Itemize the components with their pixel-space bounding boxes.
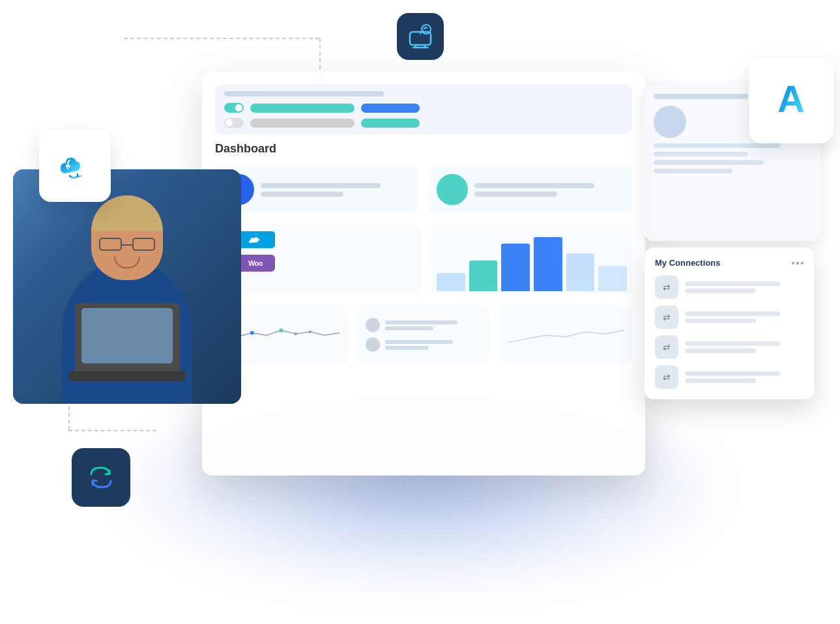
svg-point-5 — [294, 332, 297, 335]
salesforce-item — [223, 231, 413, 248]
conn-icon-2: ⇄ — [655, 305, 678, 329]
svg-point-6 — [309, 330, 311, 333]
azure-icon-box: A — [749, 59, 833, 143]
connections-list: Woo — [215, 223, 421, 295]
mini-lines-1 — [385, 320, 482, 330]
mini-circle-2 — [366, 337, 380, 352]
stat-card-2 — [429, 166, 632, 213]
stat-line-4 — [474, 191, 557, 197]
sec-line-3 — [654, 160, 764, 165]
cloud-desktop-icon-box — [397, 13, 444, 60]
sec-line-1 — [654, 143, 780, 148]
dashed-line-top — [124, 38, 319, 39]
conn-line-3b — [685, 348, 756, 353]
conn-icon-4: ⇄ — [655, 365, 678, 389]
bar-4 — [534, 237, 562, 291]
toggle-1[interactable] — [224, 103, 244, 113]
connections-section: Woo — [215, 223, 632, 295]
conn-icon-1: ⇄ — [655, 276, 678, 299]
conn-line-1a — [685, 281, 780, 286]
azure-icon: A — [765, 78, 817, 124]
dot-2 — [796, 262, 799, 264]
person-photo — [13, 169, 241, 404]
mini-line-2a — [385, 340, 453, 344]
svg-point-3 — [250, 331, 254, 335]
toggle-2[interactable] — [224, 118, 244, 128]
arrow-exchange-icon-1: ⇄ — [663, 282, 671, 292]
dashboard-card: Dashboard — [202, 72, 645, 475]
my-connections-header: My Connections — [655, 258, 804, 268]
stat-lines-2 — [474, 183, 624, 197]
scene: A — [0, 0, 840, 624]
conn-line-4a — [685, 371, 780, 376]
conn-line-2a — [685, 311, 780, 316]
sec-line-4 — [654, 169, 732, 173]
stats-row — [215, 166, 632, 213]
stat-circle-teal — [437, 174, 468, 205]
woo-item: Woo — [223, 255, 413, 272]
conn-desc-3 — [685, 341, 804, 353]
mini-item-1 — [366, 318, 482, 332]
pill-teal-1 — [250, 104, 355, 113]
conn-line-3a — [685, 341, 780, 346]
bar-chart-container — [431, 223, 632, 295]
mini-item-2 — [366, 337, 482, 352]
salesforce-cloud-icon — [245, 233, 266, 247]
pill-blue-1 — [361, 104, 420, 113]
arrow-exchange-icon-3: ⇄ — [663, 342, 671, 352]
dot-3 — [801, 262, 804, 264]
bar-5 — [566, 253, 595, 291]
cloud-sync-icon-box — [39, 130, 111, 202]
mini-items-card — [358, 305, 490, 364]
pill-teal-2 — [361, 119, 420, 128]
svg-text:A: A — [777, 78, 805, 120]
sync-arrows-icon — [85, 461, 117, 494]
bar-6 — [598, 266, 627, 291]
stat-line-1 — [261, 183, 381, 188]
dashboard-title: Dashboard — [215, 142, 632, 156]
stat-lines-1 — [261, 183, 411, 197]
sync-arrows-icon-box — [72, 448, 130, 507]
my-connections-card: My Connections ⇄ ⇄ — [644, 248, 814, 399]
line-chart-2-svg — [508, 313, 624, 352]
my-conn-item-4: ⇄ — [655, 365, 804, 389]
line-chart-card-2 — [500, 305, 632, 364]
bottom-row — [215, 305, 632, 364]
filter-row-1 — [224, 103, 623, 113]
mini-line-2b — [385, 346, 429, 350]
filter-row-2 — [224, 118, 623, 128]
more-options-dots[interactable] — [792, 262, 804, 264]
conn-desc-2 — [685, 311, 804, 323]
salesforce-logo — [236, 231, 275, 248]
mini-line-1a — [385, 320, 458, 324]
conn-desc-4 — [685, 371, 804, 383]
filter-section — [215, 85, 632, 134]
conn-icon-3: ⇄ — [655, 335, 678, 359]
arrow-exchange-icon-2: ⇄ — [663, 312, 671, 322]
my-conn-item-3: ⇄ — [655, 335, 804, 359]
mini-circle-1 — [366, 318, 380, 332]
stat-line-2 — [261, 191, 343, 197]
sec-avatar — [654, 106, 686, 138]
my-conn-item-1: ⇄ — [655, 276, 804, 299]
dot-1 — [792, 262, 794, 264]
arrow-exchange-icon-4: ⇄ — [663, 372, 671, 382]
my-conn-item-2: ⇄ — [655, 305, 804, 329]
cloud-sync-icon — [55, 149, 94, 184]
bar-1 — [437, 273, 465, 291]
bar-3 — [501, 244, 530, 291]
woo-logo: Woo — [236, 255, 275, 272]
stat-card-1 — [215, 166, 418, 213]
stat-line-3 — [474, 183, 594, 188]
mini-line-1b — [385, 326, 433, 330]
bar-2 — [469, 261, 498, 291]
conn-line-1b — [685, 289, 756, 293]
dashed-line-left — [68, 430, 156, 431]
conn-desc-1 — [685, 281, 804, 293]
my-connections-title: My Connections — [655, 258, 720, 268]
sec-header-line — [654, 94, 748, 99]
sec-line-2 — [654, 152, 748, 156]
svg-point-4 — [279, 328, 283, 332]
cloud-desktop-icon — [407, 23, 434, 50]
conn-line-4b — [685, 378, 756, 383]
